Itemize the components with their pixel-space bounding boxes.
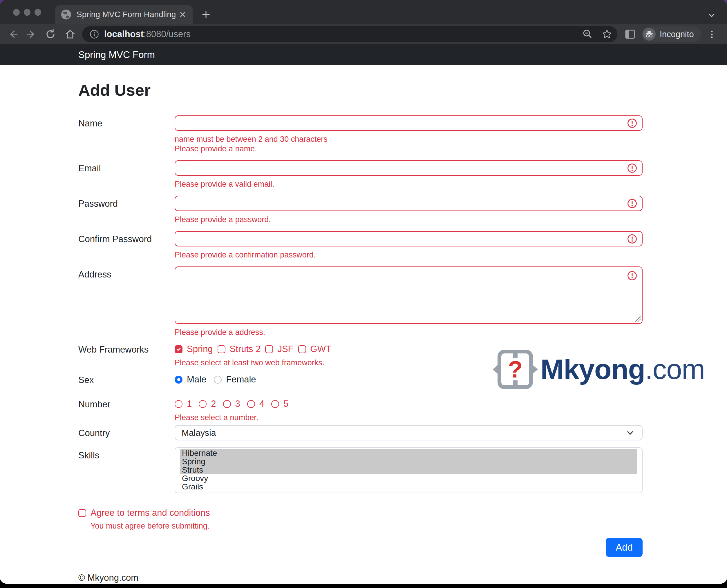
checkbox-gwt[interactable]: GWT: [298, 344, 331, 354]
confirm-password-error: Please provide a confirmation password.: [175, 251, 643, 259]
radio-unchecked-icon[interactable]: [214, 376, 222, 384]
tab-search-chevron-icon[interactable]: [707, 11, 716, 20]
agree-block: Agree to terms and conditions You must a…: [78, 508, 643, 531]
address-bar[interactable]: localhost:8080/users: [82, 26, 617, 42]
radio-number-4[interactable]: 4: [247, 399, 264, 409]
window-minimize-button[interactable]: [24, 9, 31, 16]
country-row: Country Malaysia: [78, 425, 643, 440]
back-icon[interactable]: [7, 24, 18, 44]
number-label: Number: [78, 399, 175, 422]
new-tab-button[interactable]: [201, 10, 210, 19]
radio-checked-icon[interactable]: [175, 376, 182, 384]
site-info-icon[interactable]: [89, 29, 100, 39]
invalid-exclamation-icon: [627, 234, 638, 244]
window-controls[interactable]: [13, 9, 41, 16]
radio-unchecked-icon[interactable]: [223, 400, 231, 408]
checkbox-struts2[interactable]: Struts 2: [218, 344, 261, 354]
skills-multiselect[interactable]: Hibernate Spring Struts Groovy Grails: [175, 447, 643, 493]
radio-female[interactable]: Female: [214, 374, 256, 385]
radio-number-2[interactable]: 2: [199, 399, 216, 409]
site-navbar: Spring MVC Form: [0, 44, 727, 65]
tab-strip: Spring MVC Form Handling Exa: [0, 0, 727, 24]
agree-checkbox[interactable]: [78, 509, 86, 517]
radio-number-5[interactable]: 5: [271, 399, 288, 409]
checkbox-unchecked-icon[interactable]: [218, 345, 225, 353]
forward-icon[interactable]: [26, 24, 37, 44]
password-input[interactable]: [175, 196, 643, 211]
skills-option-groovy[interactable]: Groovy: [180, 474, 637, 482]
confirm-password-row: Confirm Password Please provide a confir…: [78, 231, 643, 259]
name-input[interactable]: [175, 115, 643, 131]
browser-toolbar: localhost:8080/users Incognito: [0, 24, 727, 44]
side-panel-icon[interactable]: [624, 24, 636, 44]
frameworks-label: Web Frameworks: [78, 344, 175, 368]
mkyong-wordmark: Mkyong.com: [541, 353, 705, 386]
page-title: Add User: [78, 81, 643, 100]
name-error-required: Please provide a name.: [175, 144, 643, 153]
agree-label[interactable]: Agree to terms and conditions: [90, 508, 210, 518]
name-error-length: name must be between 2 and 30 characters: [175, 135, 643, 144]
mkyong-watermark: ? Mkyong.com: [498, 350, 705, 389]
navbar-brand[interactable]: Spring MVC Form: [78, 49, 155, 60]
add-button[interactable]: Add: [606, 538, 643, 557]
email-label: Email: [78, 160, 175, 189]
radio-male[interactable]: Male: [175, 374, 206, 385]
radio-unchecked-icon[interactable]: [199, 400, 206, 408]
checkbox-unchecked-icon[interactable]: [298, 345, 306, 353]
url-text: localhost:8080/users: [104, 29, 190, 39]
agree-error: You must agree before submitting.: [90, 522, 643, 531]
window-close-button[interactable]: [13, 9, 20, 16]
email-input[interactable]: [175, 160, 643, 176]
email-row: Email Please provide a valid email.: [78, 160, 643, 189]
mkyong-logo-icon: ?: [498, 350, 533, 389]
number-error: Please select a number.: [175, 413, 643, 422]
url-host: localhost: [104, 29, 144, 39]
skills-option-hibernate[interactable]: Hibernate: [180, 449, 637, 457]
globe-favicon-icon: [60, 9, 72, 20]
home-icon[interactable]: [64, 24, 76, 44]
radio-unchecked-icon[interactable]: [271, 400, 279, 408]
checkbox-checked-icon[interactable]: [175, 345, 182, 353]
invalid-exclamation-icon: [627, 198, 638, 209]
tab-close-icon[interactable]: [179, 10, 187, 19]
footer-copyright: © Mkyong.com: [78, 573, 643, 583]
browser-window: Spring MVC Form Handling Exa: [0, 0, 727, 584]
skills-option-spring[interactable]: Spring: [180, 457, 637, 466]
name-label: Name: [78, 115, 175, 153]
checkbox-unchecked-icon[interactable]: [265, 345, 273, 353]
skills-row: Skills Hibernate Spring Struts Groovy Gr…: [78, 447, 643, 493]
reload-icon[interactable]: [45, 24, 56, 44]
checkbox-spring[interactable]: Spring: [175, 344, 213, 354]
confirm-password-input[interactable]: [175, 231, 643, 247]
incognito-label: Incognito: [660, 29, 694, 39]
address-error: Please provide a address.: [175, 328, 643, 337]
resize-grip-icon[interactable]: [635, 316, 641, 322]
radio-number-1[interactable]: 1: [175, 399, 192, 409]
country-selected-value: Malaysia: [182, 428, 216, 438]
country-select[interactable]: Malaysia: [175, 425, 643, 440]
skills-option-grails[interactable]: Grails: [180, 482, 637, 491]
window-maximize-button[interactable]: [35, 9, 41, 16]
incognito-icon: [643, 28, 655, 41]
page-content: Add User Name name must be between 2 and…: [0, 65, 727, 584]
browser-menu-icon[interactable]: [707, 24, 717, 44]
checkbox-jsf[interactable]: JSF: [265, 344, 293, 354]
bookmark-star-icon[interactable]: [601, 24, 613, 44]
chevron-down-icon: [626, 428, 634, 437]
invalid-exclamation-icon: [627, 163, 638, 173]
radio-number-3[interactable]: 3: [223, 399, 240, 409]
submit-row: Add: [78, 538, 643, 557]
radio-unchecked-icon[interactable]: [175, 400, 182, 408]
sex-label: Sex: [78, 374, 175, 385]
address-label: Address: [78, 267, 175, 337]
tab-title: Spring MVC Form Handling Exa: [77, 10, 179, 19]
incognito-badge[interactable]: Incognito: [641, 26, 702, 42]
radio-unchecked-icon[interactable]: [247, 400, 255, 408]
skills-label: Skills: [78, 447, 175, 493]
address-textarea[interactable]: [175, 267, 643, 324]
number-row: Number 1 2 3: [78, 399, 643, 422]
zoom-out-icon[interactable]: [582, 24, 593, 44]
browser-tab[interactable]: Spring MVC Form Handling Exa: [55, 5, 193, 24]
skills-option-struts[interactable]: Struts: [180, 466, 637, 474]
confirm-password-label: Confirm Password: [78, 231, 175, 259]
